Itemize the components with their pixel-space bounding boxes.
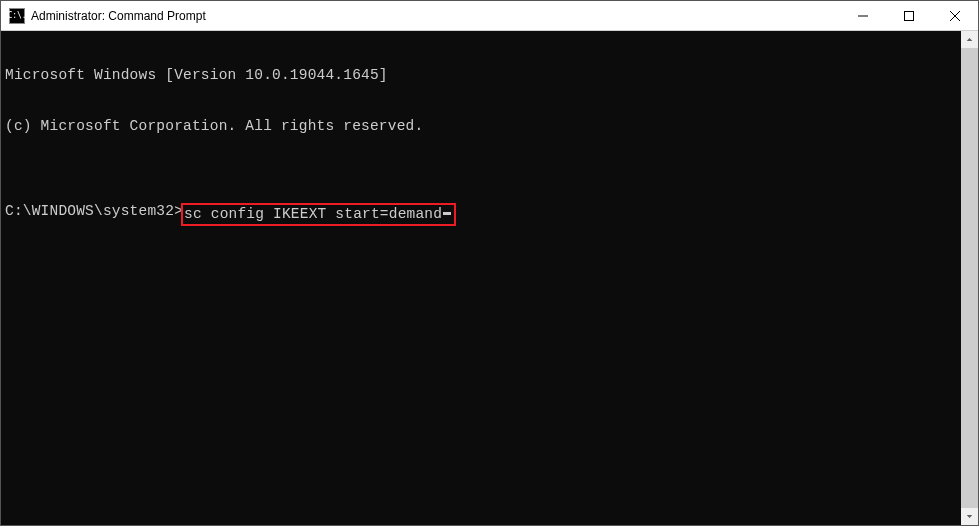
scroll-thumb[interactable] [961,48,978,508]
scroll-track[interactable] [961,48,978,508]
terminal[interactable]: Microsoft Windows [Version 10.0.19044.16… [1,31,961,525]
close-icon [950,11,960,21]
vertical-scrollbar[interactable] [961,31,978,525]
content-area: Microsoft Windows [Version 10.0.19044.16… [1,31,978,525]
cmd-icon: C:\. [9,8,25,24]
titlebar[interactable]: C:\. Administrator: Command Prompt [1,1,978,31]
prompt-text: C:\WINDOWS\system32> [5,203,183,220]
chevron-up-icon [966,36,973,43]
minimize-button[interactable] [840,1,886,30]
minimize-icon [858,11,868,21]
close-button[interactable] [932,1,978,30]
scroll-up-button[interactable] [961,31,978,48]
copyright-line: (c) Microsoft Corporation. All rights re… [5,118,957,135]
svg-rect-1 [905,11,914,20]
command-prompt-window: C:\. Administrator: Command Prompt Micro… [0,0,979,526]
chevron-down-icon [966,513,973,520]
window-controls [840,1,978,30]
maximize-icon [904,11,914,21]
window-title: Administrator: Command Prompt [31,9,840,23]
prompt-line: C:\WINDOWS\system32>sc config IKEEXT sta… [5,203,957,226]
cursor [443,212,451,215]
version-line: Microsoft Windows [Version 10.0.19044.16… [5,67,957,84]
command-text: sc config IKEEXT start=demand [184,207,442,222]
scroll-down-button[interactable] [961,508,978,525]
maximize-button[interactable] [886,1,932,30]
command-highlight: sc config IKEEXT start=demand [181,203,456,226]
